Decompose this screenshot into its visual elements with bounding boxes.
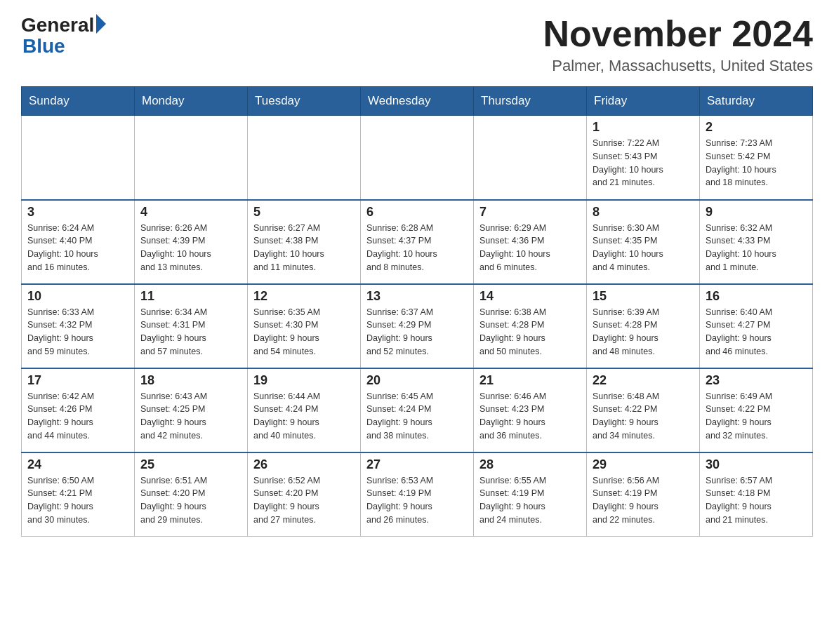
header-monday: Monday	[135, 87, 248, 116]
calendar-subtitle: Palmer, Massachusetts, United States	[543, 57, 813, 75]
day-number: 9	[706, 205, 807, 220]
day-info: Sunrise: 6:38 AMSunset: 4:28 PMDaylight:…	[479, 306, 581, 358]
day-number: 29	[593, 457, 694, 472]
day-info: Sunrise: 6:33 AMSunset: 4:32 PMDaylight:…	[27, 306, 128, 358]
header-thursday: Thursday	[474, 87, 587, 116]
calendar-cell: 19Sunrise: 6:44 AMSunset: 4:24 PMDayligh…	[248, 368, 361, 452]
day-info: Sunrise: 6:29 AMSunset: 4:36 PMDaylight:…	[479, 222, 581, 274]
day-info: Sunrise: 6:42 AMSunset: 4:26 PMDaylight:…	[27, 390, 128, 443]
calendar-cell: 3Sunrise: 6:24 AMSunset: 4:40 PMDaylight…	[22, 200, 135, 284]
calendar-cell: 26Sunrise: 6:52 AMSunset: 4:20 PMDayligh…	[248, 452, 361, 537]
calendar-week-1: 1Sunrise: 7:22 AMSunset: 5:43 PMDaylight…	[22, 116, 813, 200]
calendar-cell: 14Sunrise: 6:38 AMSunset: 4:28 PMDayligh…	[474, 284, 587, 368]
header-friday: Friday	[587, 87, 700, 116]
calendar-cell: 5Sunrise: 6:27 AMSunset: 4:38 PMDaylight…	[248, 200, 361, 284]
day-number: 26	[253, 457, 355, 472]
calendar-cell: 22Sunrise: 6:48 AMSunset: 4:22 PMDayligh…	[587, 368, 700, 452]
day-info: Sunrise: 6:43 AMSunset: 4:25 PMDaylight:…	[140, 390, 241, 443]
day-info: Sunrise: 6:49 AMSunset: 4:22 PMDaylight:…	[706, 390, 807, 443]
calendar-cell	[361, 116, 474, 200]
logo-general-text: General	[21, 14, 94, 36]
calendar-cell: 18Sunrise: 6:43 AMSunset: 4:25 PMDayligh…	[135, 368, 248, 452]
logo-blue-text: Blue	[22, 35, 65, 58]
calendar-cell: 13Sunrise: 6:37 AMSunset: 4:29 PMDayligh…	[361, 284, 474, 368]
day-number: 18	[140, 373, 241, 388]
day-info: Sunrise: 6:27 AMSunset: 4:38 PMDaylight:…	[253, 222, 355, 274]
day-info: Sunrise: 6:24 AMSunset: 4:40 PMDaylight:…	[27, 222, 128, 274]
calendar-cell: 16Sunrise: 6:40 AMSunset: 4:27 PMDayligh…	[700, 284, 813, 368]
day-number: 28	[479, 457, 581, 472]
title-area: November 2024 Palmer, Massachusetts, Uni…	[543, 14, 813, 75]
calendar-cell: 10Sunrise: 6:33 AMSunset: 4:32 PMDayligh…	[22, 284, 135, 368]
calendar-cell: 17Sunrise: 6:42 AMSunset: 4:26 PMDayligh…	[22, 368, 135, 452]
calendar-cell: 7Sunrise: 6:29 AMSunset: 4:36 PMDaylight…	[474, 200, 587, 284]
calendar-cell: 27Sunrise: 6:53 AMSunset: 4:19 PMDayligh…	[361, 452, 474, 537]
calendar-cell: 29Sunrise: 6:56 AMSunset: 4:19 PMDayligh…	[587, 452, 700, 537]
day-number: 23	[706, 373, 807, 388]
day-number: 3	[27, 205, 128, 220]
calendar-title: November 2024	[543, 14, 813, 54]
day-info: Sunrise: 6:26 AMSunset: 4:39 PMDaylight:…	[140, 222, 241, 274]
calendar-week-4: 17Sunrise: 6:42 AMSunset: 4:26 PMDayligh…	[22, 368, 813, 452]
calendar-week-5: 24Sunrise: 6:50 AMSunset: 4:21 PMDayligh…	[22, 452, 813, 537]
day-info: Sunrise: 6:55 AMSunset: 4:19 PMDaylight:…	[479, 474, 581, 527]
day-number: 16	[706, 289, 807, 304]
calendar-cell: 28Sunrise: 6:55 AMSunset: 4:19 PMDayligh…	[474, 452, 587, 537]
day-info: Sunrise: 6:37 AMSunset: 4:29 PMDaylight:…	[366, 306, 468, 358]
day-info: Sunrise: 6:46 AMSunset: 4:23 PMDaylight:…	[479, 390, 581, 443]
day-number: 12	[253, 289, 355, 304]
day-number: 22	[593, 373, 694, 388]
day-info: Sunrise: 6:35 AMSunset: 4:30 PMDaylight:…	[253, 306, 355, 358]
day-number: 14	[479, 289, 581, 304]
day-number: 21	[479, 373, 581, 388]
day-number: 10	[27, 289, 128, 304]
day-info: Sunrise: 6:45 AMSunset: 4:24 PMDaylight:…	[366, 390, 468, 443]
day-number: 2	[706, 120, 807, 135]
day-number: 8	[593, 205, 694, 220]
day-number: 19	[253, 373, 355, 388]
day-info: Sunrise: 6:57 AMSunset: 4:18 PMDaylight:…	[706, 474, 807, 527]
calendar-week-3: 10Sunrise: 6:33 AMSunset: 4:32 PMDayligh…	[22, 284, 813, 368]
day-number: 25	[140, 457, 241, 472]
calendar-cell: 1Sunrise: 7:22 AMSunset: 5:43 PMDaylight…	[587, 116, 700, 200]
day-number: 13	[366, 289, 468, 304]
day-info: Sunrise: 6:32 AMSunset: 4:33 PMDaylight:…	[706, 222, 807, 274]
calendar-cell: 8Sunrise: 6:30 AMSunset: 4:35 PMDaylight…	[587, 200, 700, 284]
day-number: 24	[27, 457, 128, 472]
day-info: Sunrise: 6:34 AMSunset: 4:31 PMDaylight:…	[140, 306, 241, 358]
day-info: Sunrise: 7:23 AMSunset: 5:42 PMDaylight:…	[706, 137, 807, 189]
header-wednesday: Wednesday	[361, 87, 474, 116]
calendar-cell: 20Sunrise: 6:45 AMSunset: 4:24 PMDayligh…	[361, 368, 474, 452]
calendar-cell: 24Sunrise: 6:50 AMSunset: 4:21 PMDayligh…	[22, 452, 135, 537]
day-number: 30	[706, 457, 807, 472]
calendar-table: SundayMondayTuesdayWednesdayThursdayFrid…	[21, 86, 813, 537]
day-info: Sunrise: 6:28 AMSunset: 4:37 PMDaylight:…	[366, 222, 468, 274]
header-sunday: Sunday	[22, 87, 135, 116]
day-number: 5	[253, 205, 355, 220]
day-number: 11	[140, 289, 241, 304]
calendar-cell: 2Sunrise: 7:23 AMSunset: 5:42 PMDaylight…	[700, 116, 813, 200]
calendar-cell: 15Sunrise: 6:39 AMSunset: 4:28 PMDayligh…	[587, 284, 700, 368]
calendar-cell	[135, 116, 248, 200]
calendar-header-row: SundayMondayTuesdayWednesdayThursdayFrid…	[22, 87, 813, 116]
calendar-cell: 12Sunrise: 6:35 AMSunset: 4:30 PMDayligh…	[248, 284, 361, 368]
calendar-cell	[474, 116, 587, 200]
calendar-cell: 30Sunrise: 6:57 AMSunset: 4:18 PMDayligh…	[700, 452, 813, 537]
calendar-cell: 6Sunrise: 6:28 AMSunset: 4:37 PMDaylight…	[361, 200, 474, 284]
calendar-cell: 9Sunrise: 6:32 AMSunset: 4:33 PMDaylight…	[700, 200, 813, 284]
day-info: Sunrise: 6:44 AMSunset: 4:24 PMDaylight:…	[253, 390, 355, 443]
day-number: 17	[27, 373, 128, 388]
calendar-week-2: 3Sunrise: 6:24 AMSunset: 4:40 PMDaylight…	[22, 200, 813, 284]
day-info: Sunrise: 6:56 AMSunset: 4:19 PMDaylight:…	[593, 474, 694, 527]
day-info: Sunrise: 6:51 AMSunset: 4:20 PMDaylight:…	[140, 474, 241, 527]
calendar-cell: 23Sunrise: 6:49 AMSunset: 4:22 PMDayligh…	[700, 368, 813, 452]
calendar-cell	[248, 116, 361, 200]
calendar-cell: 4Sunrise: 6:26 AMSunset: 4:39 PMDaylight…	[135, 200, 248, 284]
day-number: 20	[366, 373, 468, 388]
day-number: 1	[593, 120, 694, 135]
calendar-cell: 25Sunrise: 6:51 AMSunset: 4:20 PMDayligh…	[135, 452, 248, 537]
day-number: 6	[366, 205, 468, 220]
header-tuesday: Tuesday	[248, 87, 361, 116]
logo: General Blue	[21, 14, 106, 58]
header: General Blue November 2024 Palmer, Massa…	[21, 14, 813, 75]
